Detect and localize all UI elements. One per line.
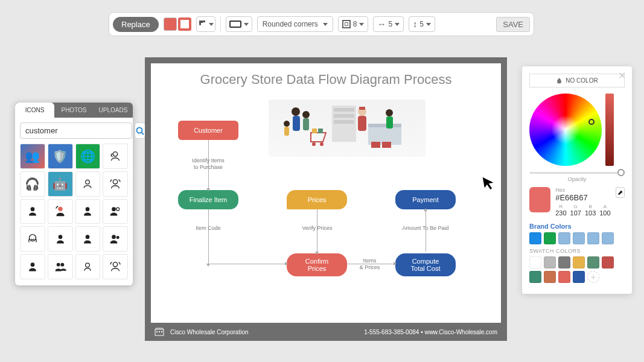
canvas[interactable]: Grocery Store Data Flow Diagram Process … <box>151 63 501 335</box>
icon-result[interactable] <box>75 254 101 279</box>
svg-rect-29 <box>284 127 289 136</box>
icon-result[interactable] <box>48 199 73 224</box>
paint-tool-dropdown[interactable] <box>196 16 215 32</box>
svg-point-7 <box>86 208 90 212</box>
icon-result[interactable] <box>75 171 101 197</box>
node-payment[interactable]: Payment <box>395 190 456 209</box>
opacity-slider[interactable] <box>529 172 625 174</box>
icon-result[interactable] <box>103 199 128 224</box>
icon-result[interactable] <box>103 226 128 252</box>
svg-rect-35 <box>368 124 401 127</box>
node-prices[interactable]: Prices <box>287 190 347 209</box>
icon-result[interactable] <box>75 226 101 252</box>
add-swatch-button[interactable]: + <box>587 271 599 283</box>
color-swatch[interactable] <box>558 271 570 283</box>
brand-swatch[interactable] <box>602 232 614 244</box>
color-swatch[interactable] <box>529 271 541 283</box>
hex-value[interactable]: #E66B67 <box>555 193 610 202</box>
shape-dropdown[interactable] <box>226 16 252 32</box>
replace-button[interactable]: Replace <box>113 17 159 32</box>
brand-swatch[interactable] <box>529 232 541 244</box>
node-customer[interactable]: Customer <box>178 121 238 140</box>
svg-point-3 <box>86 180 90 184</box>
icon-result[interactable] <box>103 144 128 169</box>
node-compute[interactable]: Compute Total Cost <box>395 253 456 276</box>
search-button[interactable] <box>135 122 145 139</box>
svg-point-11 <box>58 235 62 239</box>
brand-swatch[interactable] <box>544 232 556 244</box>
icon-result[interactable] <box>20 254 45 279</box>
svg-point-19 <box>113 262 117 267</box>
icon-result[interactable]: 🛡️ <box>48 144 73 169</box>
brand-swatch[interactable] <box>587 232 599 244</box>
color-swatch[interactable] <box>558 256 570 268</box>
edge-label: Amount To Be Paid <box>401 225 450 232</box>
icon-grid: 👥 🛡️ 🌐 🎧 🤖 <box>15 144 133 285</box>
icon-result[interactable] <box>48 226 73 252</box>
icon-result[interactable] <box>103 171 128 197</box>
fill-color-swatch[interactable] <box>164 17 177 31</box>
svg-point-9 <box>116 208 120 211</box>
svg-point-24 <box>292 107 300 116</box>
building-icon <box>155 328 164 336</box>
icon-result[interactable] <box>20 226 45 252</box>
brand-swatch[interactable] <box>558 232 570 244</box>
svg-point-26 <box>302 111 310 118</box>
svg-point-4 <box>113 179 117 183</box>
hue-slider[interactable] <box>605 94 614 166</box>
color-swatch[interactable] <box>602 256 614 268</box>
color-swatch[interactable] <box>544 271 556 283</box>
brand-colors-label: Brand Colors <box>529 223 625 230</box>
svg-point-12 <box>86 235 90 239</box>
node-confirm[interactable]: Confirm Prices <box>287 253 347 276</box>
svg-rect-42 <box>382 142 391 148</box>
icon-result[interactable] <box>75 199 101 224</box>
color-swatch[interactable] <box>573 271 585 283</box>
svg-point-15 <box>31 262 35 267</box>
color-wheel[interactable] <box>529 94 602 166</box>
footer-contact: 1-555-683-385-0084 • www.Cisco-Wholesale… <box>364 329 497 335</box>
svg-point-18 <box>86 263 90 267</box>
svg-rect-0 <box>203 21 205 22</box>
icon-result[interactable] <box>48 254 73 279</box>
canvas-frame: Grocery Store Data Flow Diagram Process … <box>145 57 507 341</box>
svg-rect-23 <box>334 120 354 124</box>
icon-result[interactable] <box>103 254 128 279</box>
svg-rect-22 <box>334 114 354 118</box>
brand-swatch[interactable] <box>573 232 585 244</box>
save-button[interactable]: SAVE <box>496 17 530 32</box>
opacity-thumb[interactable] <box>617 169 625 176</box>
width-dropdown[interactable]: ↔ 5 <box>373 16 404 32</box>
icon-result[interactable] <box>20 199 45 224</box>
node-finalize[interactable]: Finalize Item <box>178 190 238 209</box>
stroke-color-swatch[interactable] <box>178 17 191 31</box>
close-icon[interactable]: ✕ <box>618 70 626 81</box>
corner-style-dropdown[interactable]: Rounded corners <box>257 16 333 32</box>
icon-result[interactable]: 🤖 <box>48 171 73 197</box>
swatch-colors-label: SWATCH COLORS <box>529 248 625 254</box>
wheel-cursor[interactable] <box>588 119 595 125</box>
svg-point-30 <box>312 142 316 146</box>
color-swatch[interactable] <box>529 256 541 268</box>
chevron-down-icon <box>209 23 214 26</box>
tab-icons[interactable]: ICONS <box>15 103 54 118</box>
icon-result[interactable]: 👥 <box>20 144 45 169</box>
svg-point-1 <box>137 127 142 133</box>
svg-point-13 <box>112 235 116 239</box>
chevron-down-icon <box>323 23 328 26</box>
tab-photos[interactable]: PHOTOS <box>54 103 94 118</box>
icon-result[interactable]: 🎧 <box>20 171 45 197</box>
border-weight-dropdown[interactable]: 8 <box>338 16 369 32</box>
chevron-down-icon <box>426 23 431 26</box>
search-input[interactable] <box>20 122 132 139</box>
color-swatch[interactable] <box>573 256 585 268</box>
color-swatch[interactable] <box>544 256 556 268</box>
height-dropdown[interactable]: ↕ 5 <box>409 16 435 32</box>
icon-result[interactable]: 🌐 <box>75 144 101 169</box>
tab-uploads[interactable]: UPLOADS <box>94 103 133 118</box>
no-color-button[interactable]: NO COLOR <box>529 74 625 87</box>
svg-point-14 <box>116 236 120 239</box>
arrow <box>208 264 285 264</box>
color-swatch[interactable] <box>587 256 599 268</box>
eyedropper-button[interactable]: ⬈ <box>616 187 625 198</box>
